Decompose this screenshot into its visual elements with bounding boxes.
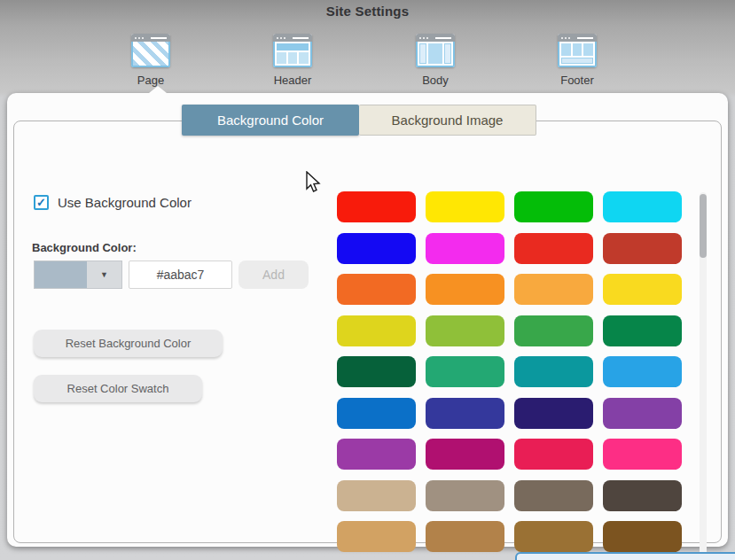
- color-swatch[interactable]: [426, 274, 504, 305]
- color-swatch[interactable]: [337, 521, 416, 552]
- color-swatch[interactable]: [337, 439, 416, 470]
- color-swatch[interactable]: [603, 521, 682, 552]
- color-swatch[interactable]: [603, 439, 682, 470]
- settings-panel: Background Color Background Image ✓ Use …: [7, 93, 728, 547]
- color-swatch[interactable]: [337, 398, 416, 429]
- color-swatch[interactable]: [337, 480, 416, 511]
- page-title: Site Settings: [0, 4, 735, 19]
- background-color-label: Background Color:: [32, 241, 137, 254]
- color-swatch[interactable]: [426, 521, 504, 552]
- scrollbar-thumb[interactable]: [700, 194, 707, 258]
- color-swatch[interactable]: [514, 398, 593, 429]
- color-swatch[interactable]: [426, 480, 504, 511]
- swatch-scrollbar[interactable]: [700, 192, 707, 560]
- nav-label-header: Header: [274, 74, 312, 87]
- page-icon: [131, 34, 170, 67]
- reset-color-swatch-button[interactable]: Reset Color Swatch: [34, 375, 202, 402]
- swatch-area: [337, 191, 684, 560]
- chevron-down-icon: ▼: [87, 261, 121, 288]
- color-swatch[interactable]: [603, 315, 682, 346]
- color-swatch[interactable]: [514, 233, 593, 264]
- footer-icon: [558, 34, 597, 67]
- color-swatch[interactable]: [337, 356, 416, 387]
- color-swatch[interactable]: [514, 521, 593, 552]
- color-swatch[interactable]: [426, 398, 504, 429]
- color-swatch[interactable]: [426, 315, 504, 346]
- color-swatch[interactable]: [426, 439, 504, 470]
- color-swatch[interactable]: [603, 191, 682, 222]
- use-background-color-label: Use Background Color: [58, 195, 192, 210]
- color-swatch[interactable]: [514, 356, 593, 387]
- add-color-button[interactable]: Add: [238, 261, 309, 289]
- color-swatch[interactable]: [603, 274, 682, 305]
- color-swatch[interactable]: [426, 233, 504, 264]
- color-swatch[interactable]: [514, 480, 593, 511]
- swatch-grid: [337, 191, 684, 560]
- content-card: ✓ Use Background Color Background Color:…: [13, 121, 722, 543]
- color-swatch[interactable]: [337, 191, 416, 222]
- header-icon: [273, 34, 312, 67]
- tab-background-image[interactable]: Background Image: [359, 105, 536, 136]
- reset-background-color-button[interactable]: Reset Background Color: [34, 330, 223, 357]
- color-swatch[interactable]: [514, 315, 593, 346]
- color-swatch[interactable]: [337, 274, 416, 305]
- color-swatch[interactable]: [603, 480, 682, 511]
- nav-label-page: Page: [137, 74, 164, 87]
- mouse-cursor-icon: [305, 171, 322, 194]
- tab-background-color[interactable]: Background Color: [182, 105, 359, 136]
- nav-label-footer: Footer: [560, 74, 594, 87]
- nav-item-body[interactable]: Body: [391, 34, 480, 87]
- panel-caret: [149, 86, 167, 93]
- color-swatch[interactable]: [603, 233, 682, 264]
- color-swatch[interactable]: [514, 191, 593, 222]
- color-swatch[interactable]: [337, 315, 416, 346]
- color-swatch[interactable]: [603, 398, 682, 429]
- use-background-color-checkbox[interactable]: ✓: [34, 195, 49, 210]
- color-swatch[interactable]: [426, 191, 504, 222]
- bottom-button-partial[interactable]: [515, 552, 735, 560]
- color-swatch[interactable]: [603, 356, 682, 387]
- color-preview-swatch: [35, 261, 87, 288]
- tab-bar: Background Color Background Image: [182, 105, 536, 136]
- color-swatch[interactable]: [514, 274, 593, 305]
- color-swatch[interactable]: [514, 439, 593, 470]
- color-dropdown[interactable]: ▼: [34, 261, 122, 289]
- nav-item-header[interactable]: Header: [248, 34, 337, 87]
- nav-label-body: Body: [422, 74, 449, 87]
- color-swatch[interactable]: [426, 356, 504, 387]
- body-icon: [416, 34, 455, 67]
- screen: { "header": { "title": "Site Settings", …: [0, 0, 735, 560]
- nav-item-page[interactable]: Page: [106, 34, 195, 87]
- color-hex-input[interactable]: [129, 261, 232, 289]
- nav-item-footer[interactable]: Footer: [533, 34, 622, 87]
- color-swatch[interactable]: [337, 233, 416, 264]
